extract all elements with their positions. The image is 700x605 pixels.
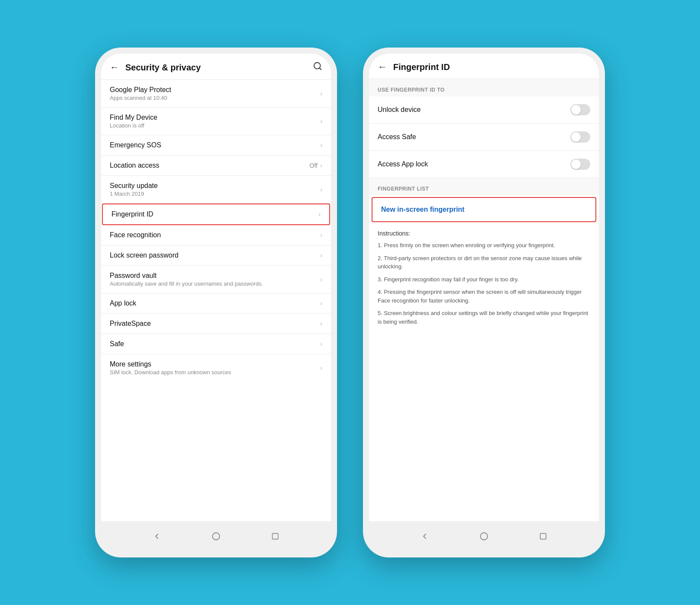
nav-bar-1 [101, 521, 331, 551]
settings-item-right-security-update: › [320, 186, 322, 194]
new-fingerprint-label: New in-screen fingerprint [381, 206, 587, 213]
settings-item-content-app-lock: App lock [110, 299, 320, 307]
fingerprint-content: USE FINGERPRINT ID TO Unlock device Acce… [369, 79, 599, 521]
new-fingerprint-item[interactable]: New in-screen fingerprint [372, 197, 596, 222]
settings-item-location-access[interactable]: Location accessOff› [101, 156, 331, 176]
settings-item-title-private-space: PrivateSpace [110, 320, 320, 328]
settings-item-right-location-access: Off› [309, 162, 322, 169]
settings-item-title-emergency-sos: Emergency SOS [110, 141, 320, 149]
settings-item-content-password-vault: Password vaultAutomatically save and fil… [110, 272, 320, 287]
settings-item-subtitle-security-update: 1 March 2019 [110, 191, 320, 197]
settings-item-subtitle-find-my-device: Location is off [110, 122, 320, 129]
svg-rect-5 [541, 533, 546, 539]
nav-bar-2 [369, 521, 599, 551]
chevron-icon-password-vault: › [320, 276, 322, 283]
access-safe-toggle[interactable] [570, 131, 590, 143]
chevron-icon-more-settings: › [320, 364, 322, 372]
chevron-icon-google-play-protect: › [320, 90, 322, 98]
settings-item-content-lock-screen-password: Lock screen password [110, 252, 320, 259]
back-button-1[interactable]: ← [110, 62, 119, 73]
toggle-access-safe[interactable]: Access Safe [369, 124, 599, 151]
settings-item-content-location-access: Location access [110, 162, 309, 169]
phone-2-screen: ← Fingerprint ID USE FINGERPRINT ID TO U… [369, 54, 599, 521]
settings-item-password-vault[interactable]: Password vaultAutomatically save and fil… [101, 266, 331, 293]
settings-item-content-face-recognition: Face recognition [110, 231, 320, 239]
access-safe-label: Access Safe [378, 133, 570, 141]
settings-item-private-space[interactable]: PrivateSpace› [101, 314, 331, 334]
instruction-4: 4. Pressing the fingerprint sensor when … [378, 288, 590, 305]
screen-header-2: ← Fingerprint ID [369, 54, 599, 79]
instructions-section: Instructions: 1. Press firmly on the scr… [369, 224, 599, 336]
settings-item-safe[interactable]: Safe› [101, 334, 331, 354]
settings-list-1: Google Play ProtectApps scanned at 10:40… [101, 80, 331, 521]
phone-1: ← Security & privacy Google Play Protect… [95, 48, 337, 557]
settings-item-title-safe: Safe [110, 340, 320, 348]
access-app-lock-label: Access App lock [378, 160, 570, 168]
settings-item-google-play-protect[interactable]: Google Play ProtectApps scanned at 10:40… [101, 80, 331, 108]
settings-item-security-update[interactable]: Security update1 March 2019› [101, 176, 331, 204]
settings-item-lock-screen-password[interactable]: Lock screen password› [101, 245, 331, 266]
phone-1-screen: ← Security & privacy Google Play Protect… [101, 54, 331, 521]
chevron-icon-security-update: › [320, 186, 322, 194]
settings-item-title-security-update: Security update [110, 182, 320, 190]
chevron-icon-face-recognition: › [320, 231, 322, 239]
settings-item-content-find-my-device: Find My DeviceLocation is off [110, 114, 320, 129]
settings-item-value-location-access: Off [309, 162, 317, 169]
settings-item-subtitle-google-play-protect: Apps scanned at 10:40 [110, 95, 320, 101]
settings-item-right-safe: › [320, 340, 322, 348]
settings-item-content-private-space: PrivateSpace [110, 320, 320, 328]
svg-rect-3 [273, 533, 278, 539]
settings-item-content-security-update: Security update1 March 2019 [110, 182, 320, 197]
fingerprint-list-label: FINGERPRINT LIST [369, 178, 599, 195]
search-icon-1[interactable] [313, 61, 322, 73]
settings-item-emergency-sos[interactable]: Emergency SOS› [101, 135, 331, 156]
nav-home-2[interactable] [478, 530, 490, 542]
instruction-3: 3. Fingerprint recognition may fail if y… [378, 275, 590, 284]
chevron-icon-safe: › [320, 340, 322, 348]
settings-item-title-app-lock: App lock [110, 299, 320, 307]
settings-item-right-password-vault: › [320, 276, 322, 283]
chevron-icon-location-access: › [320, 162, 322, 169]
unlock-device-toggle[interactable] [570, 104, 590, 115]
toggle-access-app-lock[interactable]: Access App lock [369, 151, 599, 178]
settings-item-right-fingerprint-id: › [318, 210, 321, 218]
settings-item-right-lock-screen-password: › [320, 252, 322, 259]
access-app-lock-toggle[interactable] [570, 159, 590, 170]
settings-item-title-face-recognition: Face recognition [110, 231, 320, 239]
chevron-icon-fingerprint-id: › [318, 210, 321, 218]
svg-line-1 [319, 68, 321, 70]
settings-item-content-fingerprint-id: Fingerprint ID [111, 210, 318, 218]
svg-point-2 [213, 533, 220, 540]
nav-back-1[interactable] [151, 530, 163, 542]
toggle-unlock-device[interactable]: Unlock device [369, 96, 599, 124]
settings-item-title-find-my-device: Find My Device [110, 114, 320, 121]
chevron-icon-emergency-sos: › [320, 141, 322, 149]
settings-item-subtitle-more-settings: SIM lock, Download apps from unknown sou… [110, 369, 320, 376]
nav-back-2[interactable] [419, 530, 431, 542]
nav-recents-1[interactable] [269, 530, 281, 542]
use-fingerprint-label: USE FINGERPRINT ID TO [369, 79, 599, 96]
instruction-2: 2. Third-party screen protectors or dirt… [378, 254, 590, 271]
nav-home-1[interactable] [210, 530, 222, 542]
settings-item-right-find-my-device: › [320, 118, 322, 125]
instruction-5: 5. Screen brightness and colour settings… [378, 309, 590, 326]
settings-item-fingerprint-id[interactable]: Fingerprint ID› [102, 204, 330, 225]
settings-item-right-emergency-sos: › [320, 141, 322, 149]
settings-item-title-location-access: Location access [110, 162, 309, 169]
instructions-heading: Instructions: [378, 230, 590, 237]
settings-item-more-settings[interactable]: More settingsSIM lock, Download apps fro… [101, 354, 331, 382]
page-title-1: Security & privacy [125, 63, 313, 73]
settings-item-right-app-lock: › [320, 299, 322, 307]
settings-item-right-face-recognition: › [320, 231, 322, 239]
settings-item-app-lock[interactable]: App lock› [101, 293, 331, 314]
chevron-icon-find-my-device: › [320, 118, 322, 125]
settings-item-content-more-settings: More settingsSIM lock, Download apps fro… [110, 360, 320, 376]
back-button-2[interactable]: ← [378, 61, 387, 73]
settings-item-title-google-play-protect: Google Play Protect [110, 86, 320, 94]
screen-header-1: ← Security & privacy [101, 54, 331, 80]
nav-recents-2[interactable] [537, 530, 549, 542]
settings-item-face-recognition[interactable]: Face recognition› [101, 225, 331, 245]
unlock-device-label: Unlock device [378, 106, 570, 114]
settings-item-content-emergency-sos: Emergency SOS [110, 141, 320, 149]
settings-item-find-my-device[interactable]: Find My DeviceLocation is off› [101, 108, 331, 135]
